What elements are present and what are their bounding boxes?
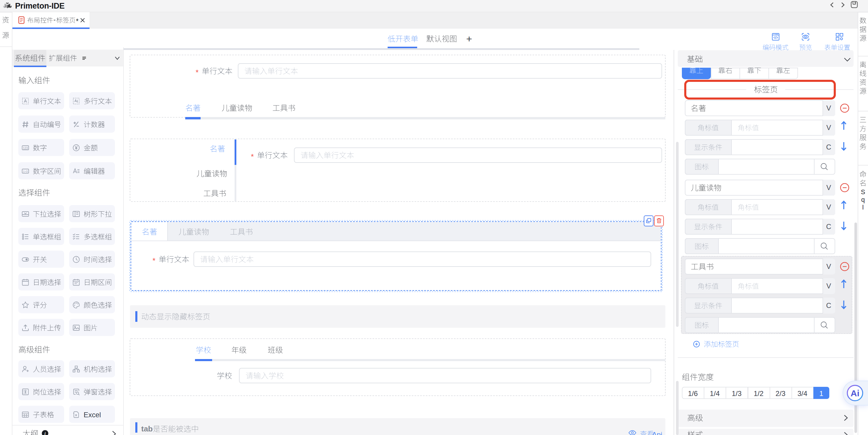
svg-text:Ai: Ai	[850, 388, 860, 398]
svg-text:i: i	[44, 431, 46, 435]
svg-text:1~3: 1~3	[23, 170, 28, 173]
svg-text:123: 123	[23, 147, 28, 150]
